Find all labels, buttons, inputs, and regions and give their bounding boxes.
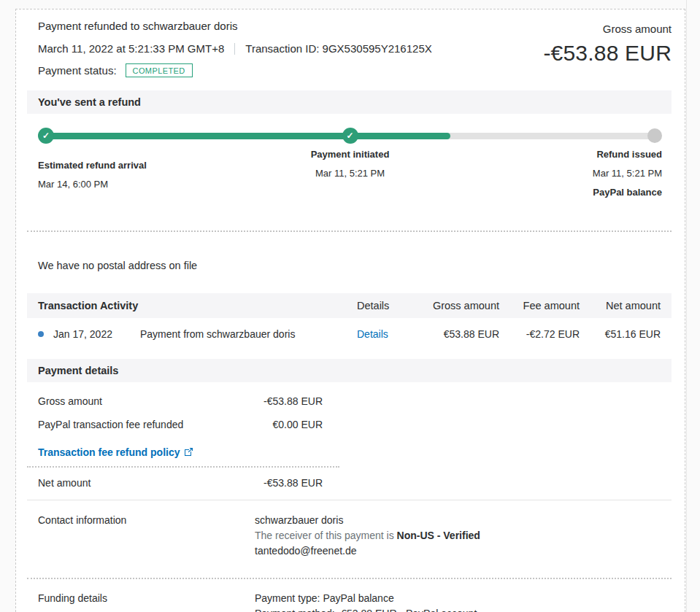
page-title: Payment refunded to schwarzbauer doris (38, 20, 432, 32)
status-badge: COMPLETED (126, 63, 193, 77)
receiver-status: Non-US - Verified (397, 530, 480, 541)
progress-track: ✓ ✓ (45, 133, 655, 139)
detail-row: PayPal transaction fee refunded €0.00 EU… (38, 417, 685, 433)
funding-label: Funding details (38, 591, 255, 612)
contact-label: Contact information (38, 513, 255, 559)
pending-step-dot (647, 128, 662, 143)
policy-row: Transaction fee refund policy (16, 441, 685, 466)
external-link-icon (184, 447, 193, 459)
check-icon: ✓ (38, 128, 54, 144)
row-date: Jan 17, 2022 (53, 328, 112, 340)
row-date-cell: Jan 17, 2022 (38, 328, 140, 340)
postal-note: We have no postal address on file (16, 232, 685, 271)
divider (234, 43, 235, 55)
progress-fill (45, 133, 450, 139)
detail-row: Gross amount -€53.88 EUR (38, 394, 685, 409)
net-amount-label: Net amount (38, 476, 206, 491)
contact-email: tantedodo@freenet.de (255, 543, 480, 558)
contact-name: schwarzbauer doris (255, 513, 480, 527)
refund-banner: You've sent a refund (27, 90, 672, 114)
payment-type: Payment type: PayPal balance (255, 591, 477, 605)
funding-body: Payment type: PayPal balance Payment met… (255, 591, 477, 612)
table-row: Jan 17, 2022 Payment from schwarzbauer d… (27, 318, 672, 350)
col-header-fee: Fee amount (499, 300, 580, 311)
fee-refund-policy-link[interactable]: Transaction fee refund policy (38, 446, 193, 458)
row-description: Payment from schwarzbauer doris (140, 328, 357, 340)
transaction-id: Transaction ID: 9GX530595Y216125X (245, 42, 431, 55)
status-row: Payment status: COMPLETED (38, 63, 432, 77)
payment-details-rows: Gross amount -€53.88 EUR PayPal transact… (16, 382, 685, 433)
funding-source: PayPal balance (593, 187, 662, 198)
funding-details: Funding details Payment type: PayPal bal… (16, 579, 685, 612)
payment-status-label: Payment status: (38, 64, 117, 77)
payment-method: Payment method: -€53.88 EUR - PayPal acc… (255, 606, 477, 612)
contact-information: Contact information schwarzbauer doris T… (16, 500, 685, 578)
row-net: €51.16 EUR (580, 328, 661, 340)
transaction-date: March 11, 2022 at 5:21:33 PM GMT+8 (38, 42, 224, 55)
header-right: Gross amount -€53.88 EUR (543, 20, 672, 77)
check-icon: ✓ (342, 128, 358, 144)
activity-title: Transaction Activity (38, 300, 357, 311)
refund-timeline: ✓ ✓ Estimated refund arrival Mar 14, 6:0… (38, 133, 662, 231)
timeline-labels: Estimated refund arrival Mar 14, 6:00 PM… (38, 149, 662, 231)
col-header-gross: Gross amount (402, 300, 499, 311)
details-link[interactable]: Details (357, 328, 388, 340)
col-header-details: Details (357, 300, 402, 311)
net-amount-row: Net amount -€53.88 EUR (16, 468, 685, 500)
header-left: Payment refunded to schwarzbauer doris M… (38, 20, 432, 77)
header: Payment refunded to schwarzbauer doris M… (16, 9, 685, 77)
timeline-step-arrival: Estimated refund arrival Mar 14, 6:00 PM (38, 160, 147, 190)
activity-header: Transaction Activity Details Gross amoun… (27, 293, 672, 318)
timeline-step-initiated: Payment initiated Mar 11, 5:21 PM (311, 149, 390, 179)
gross-amount-value: -€53.88 EUR (543, 41, 672, 66)
transaction-detail-page: Payment refunded to schwarzbauer doris M… (0, 0, 700, 612)
row-gross: €53.88 EUR (402, 328, 499, 340)
net-amount-value: -€53.88 EUR (206, 476, 323, 491)
transaction-panel: Payment refunded to schwarzbauer doris M… (15, 9, 685, 612)
scrollbar-gutter[interactable] (686, 0, 700, 612)
col-header-net: Net amount (580, 300, 661, 311)
contact-body: schwarzbauer doris The receiver of this … (255, 513, 480, 559)
gross-amount-label: Gross amount (543, 23, 672, 35)
timeline-step-issued: Refund issued Mar 11, 5:21 PM PayPal bal… (593, 149, 662, 198)
date-row: March 11, 2022 at 5:21:33 PM GMT+8 Trans… (38, 42, 432, 55)
receiver-status-line: The receiver of this payment is Non-US -… (255, 528, 480, 543)
payment-details-header: Payment details (27, 359, 672, 382)
row-fee: -€2.72 EUR (499, 328, 580, 340)
status-dot-icon (38, 331, 44, 337)
